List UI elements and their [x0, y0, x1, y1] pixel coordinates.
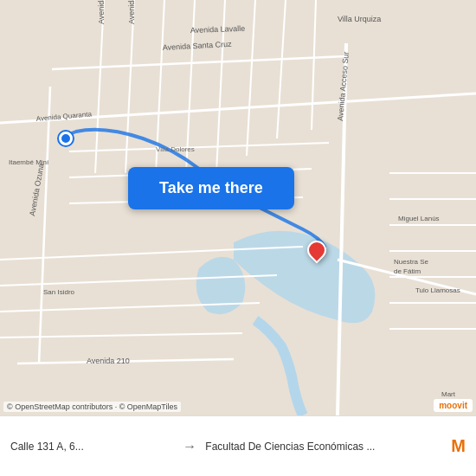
svg-text:Nuestra Se: Nuestra Se — [394, 258, 429, 266]
svg-text:Villa Dolores: Villa Dolores — [156, 145, 195, 153]
moovit-logo-letter: M — [451, 436, 466, 456]
svg-text:Mart: Mart — [441, 390, 456, 398]
take-me-there-button[interactable]: Take me there — [128, 167, 294, 209]
svg-text:San Isidro: San Isidro — [43, 288, 75, 296]
moovit-branding: M — [451, 436, 466, 456]
origin-marker — [59, 132, 73, 145]
route-from-label: Calle 131 A, 6... — [10, 441, 174, 453]
map-container: Avenida Santa Cruz Avenida Lavalle Aveni… — [0, 0, 476, 415]
arrow-icon: → — [183, 439, 196, 454]
svg-text:Avenida Areco: Avenida Areco — [97, 0, 106, 24]
map-attribution: © OpenStreetMap contributors · © OpenMap… — [3, 402, 181, 412]
svg-text:Itaembé Miní: Itaembé Miní — [9, 158, 49, 166]
moovit-map-logo: moovit — [434, 399, 473, 412]
route-to-label: Facultad De Ciencias Económicas ... — [205, 441, 451, 453]
svg-text:de Fátim: de Fátim — [394, 267, 421, 275]
svg-text:Villa Urquiza: Villa Urquiza — [338, 15, 381, 23]
svg-text:Avenida Zapiola: Avenida Zapiola — [127, 0, 136, 24]
svg-text:Miguel Lanús: Miguel Lanús — [398, 215, 440, 222]
svg-text:Avenida 210: Avenida 210 — [87, 357, 130, 365]
svg-text:Tulo Llamosas: Tulo Llamosas — [415, 286, 460, 294]
bottom-bar: Calle 131 A, 6... → Facultad De Ciencias… — [0, 415, 476, 476]
